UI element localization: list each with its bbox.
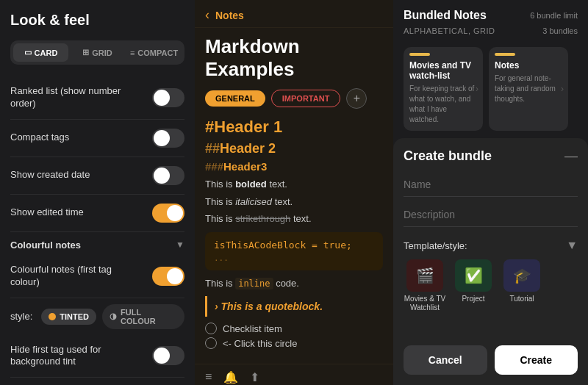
list-icon[interactable]: ≡ xyxy=(205,370,212,384)
panel-title: Look & feel xyxy=(10,12,184,29)
tag-row: GENERAL IMPORTANT + xyxy=(205,88,383,109)
notes-breadcrumb: Notes xyxy=(215,10,244,21)
bundle-card-1[interactable]: Notes For general note-taking and random… xyxy=(489,47,568,131)
note-title: Markdown Examples xyxy=(205,35,383,81)
bundle-count: 3 bundles xyxy=(542,26,578,35)
card-icon: ▭ xyxy=(24,48,32,57)
bundle-title: Notes xyxy=(495,60,562,71)
chevron-down-icon: ▼ xyxy=(176,240,184,250)
bundled-notes-section: Bundled Notes 6 bundle limit ALPHABETICA… xyxy=(393,0,588,47)
bundle-color-bar xyxy=(495,53,515,56)
bundle-card-0[interactable]: Movies and TV watch-list For keeping tra… xyxy=(404,47,483,131)
template-project[interactable]: ✅ Project xyxy=(452,259,495,312)
hide-tag-setting: Hide first tag used for background tint xyxy=(10,335,184,378)
share-icon[interactable]: ⬆ xyxy=(250,370,259,384)
action-buttons: Cancel Create xyxy=(404,345,578,375)
bell-icon[interactable]: 🔔 xyxy=(223,370,238,384)
bundle-desc-input[interactable] xyxy=(404,203,578,227)
template-tutorial[interactable]: 🎓 Tutorial xyxy=(501,259,543,312)
notes-header: ‹ Notes xyxy=(195,0,393,28)
italic-text: This is italicised text. xyxy=(205,195,383,209)
grid-icon: ⊞ xyxy=(82,48,89,57)
view-toggle-group: ▭ CARD ⊞ GRID ≡ COMPACT xyxy=(10,40,184,65)
compact-tags-setting: Compact tags xyxy=(10,120,184,157)
sort-label[interactable]: ALPHABETICAL, GRID xyxy=(404,26,495,35)
bundled-title-row: Bundled Notes 6 bundle limit xyxy=(404,9,578,22)
right-panel: Bundled Notes 6 bundle limit ALPHABETICA… xyxy=(393,0,588,385)
collapse-icon[interactable]: — xyxy=(564,148,578,164)
bundle-desc: For keeping track of what to watch, and … xyxy=(409,84,477,125)
style-full-colour-button[interactable]: ◑ FULL COLOUR xyxy=(102,304,184,329)
show-created-toggle[interactable] xyxy=(152,166,184,185)
project-icon-box: ✅ xyxy=(455,259,492,292)
sort-row: ALPHABETICAL, GRID 3 bundles xyxy=(404,26,578,35)
create-bundle-panel: Create bundle — Template/style: ▼ 🎬 Movi… xyxy=(393,138,588,385)
quote-block: › This is a quoteblock. xyxy=(205,296,383,317)
note-content: Markdown Examples GENERAL IMPORTANT + #H… xyxy=(195,28,393,359)
template-watchlist[interactable]: 🎬 Movies & TV Watchlist xyxy=(404,259,446,312)
tag-general[interactable]: GENERAL xyxy=(205,90,265,107)
checklist-item-1: Checklist item xyxy=(205,323,383,334)
bundle-cards-list: Movies and TV watch-list For keeping tra… xyxy=(393,47,588,138)
bold-text: This is bolded text. xyxy=(205,177,383,192)
bundle-name-input[interactable] xyxy=(404,173,578,197)
colourful-notes-setting: Colourful notes (first tag colour) xyxy=(10,255,184,298)
colourful-notes-section[interactable]: Colourful notes ▼ xyxy=(10,232,184,255)
back-arrow-icon[interactable]: ‹ xyxy=(205,7,209,23)
full-colour-icon: ◑ xyxy=(110,312,117,321)
check-circle-1[interactable] xyxy=(205,323,217,334)
markdown-h1: #Header 1 xyxy=(205,118,383,137)
view-card-button[interactable]: ▭ CARD xyxy=(13,43,68,62)
bundled-title: Bundled Notes xyxy=(404,9,487,22)
style-row: style: TINTED ◑ FULL COLOUR xyxy=(10,298,184,335)
notes-panel: ‹ Notes Markdown Examples GENERAL IMPORT… xyxy=(195,0,393,385)
show-edited-toggle[interactable] xyxy=(152,204,184,223)
show-edited-setting: Show edited time xyxy=(10,195,184,232)
bundle-arrow-icon: › xyxy=(476,84,478,94)
bundle-color-bar xyxy=(409,53,430,56)
create-bundle-title: Create bundle xyxy=(404,148,492,164)
bundle-desc: For general note-taking and random thoug… xyxy=(495,73,562,104)
bundle-limit-label: 6 bundle limit xyxy=(530,11,578,20)
template-row: Template/style: ▼ xyxy=(404,239,578,252)
inline-code-text: This is inline code. xyxy=(205,276,383,291)
markdown-h3: ###Header3 xyxy=(205,160,383,173)
template-chevron-icon[interactable]: ▼ xyxy=(566,239,578,252)
advanced-options-section[interactable]: Advanced options ▼ xyxy=(10,378,184,385)
note-bottom-toolbar: ≡ 🔔 ⬆ xyxy=(195,364,393,385)
show-created-setting: Show created date xyxy=(10,157,184,195)
checklist-item-2: <- Click this circle xyxy=(205,337,383,349)
ranked-list-toggle[interactable] xyxy=(152,88,184,107)
look-and-feel-panel: Look & feel ▭ CARD ⊞ GRID ≡ COMPACT Rank… xyxy=(0,0,195,385)
colourful-notes-toggle[interactable] xyxy=(152,267,184,286)
bundle-title: Movies and TV watch-list xyxy=(409,60,477,81)
add-tag-button[interactable]: + xyxy=(346,88,367,109)
ranked-list-setting: Ranked list (show number order) xyxy=(10,76,184,120)
compact-tags-toggle[interactable] xyxy=(152,129,184,148)
view-compact-button[interactable]: ≡ COMPACT xyxy=(126,43,182,62)
tag-important[interactable]: IMPORTANT xyxy=(271,90,341,107)
markdown-h2: ##Header 2 xyxy=(205,141,383,156)
strike-text: This is strikethrough text. xyxy=(205,212,383,226)
view-grid-button[interactable]: ⊞ GRID xyxy=(70,43,125,62)
hide-tag-toggle[interactable] xyxy=(152,346,184,365)
template-icons-list: 🎬 Movies & TV Watchlist ✅ Project 🎓 Tuto… xyxy=(404,259,578,312)
tutorial-icon-box: 🎓 xyxy=(503,259,540,292)
code-block: isThisACodeBlock = true; ... xyxy=(205,232,383,270)
tinted-dot xyxy=(49,313,56,320)
check-circle-2[interactable] xyxy=(205,337,217,349)
create-bundle-header: Create bundle — xyxy=(404,148,578,164)
cancel-button[interactable]: Cancel xyxy=(404,345,487,375)
template-label: Template/style: xyxy=(404,240,467,251)
create-button[interactable]: Create xyxy=(495,345,578,375)
compact-icon: ≡ xyxy=(130,48,135,57)
bundle-arrow-icon: › xyxy=(561,84,564,94)
watchlist-icon-box: 🎬 xyxy=(406,259,443,292)
style-tinted-button[interactable]: TINTED xyxy=(41,309,96,325)
